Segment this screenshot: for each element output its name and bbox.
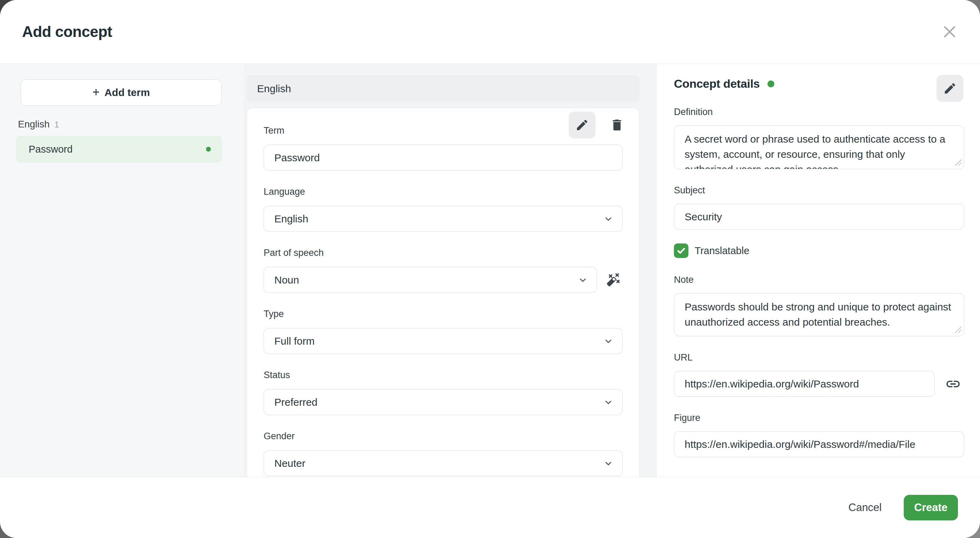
section-bar-label: English xyxy=(257,83,291,94)
language-group-count: 1 xyxy=(54,120,59,129)
chevron-down-icon xyxy=(603,458,613,468)
delete-term-button[interactable] xyxy=(607,115,627,136)
modal-header: Add concept xyxy=(0,0,980,64)
part-of-speech-select-value: Noun xyxy=(274,274,578,286)
status-select[interactable]: Preferred xyxy=(264,389,622,415)
term-item-label: Password xyxy=(29,144,206,155)
type-field: Type Full form xyxy=(264,308,622,354)
figure-field: Figure xyxy=(674,412,964,457)
part-of-speech-select[interactable]: Noun xyxy=(264,267,597,293)
subject-input[interactable] xyxy=(674,204,964,230)
figure-label: Figure xyxy=(674,412,964,424)
page-title: Add concept xyxy=(22,23,112,40)
chevron-down-icon xyxy=(603,336,613,346)
screen-backdrop: Add concept + Add term English 1 xyxy=(0,0,980,538)
definition-textarea[interactable]: A secret word or phrase used to authenti… xyxy=(674,125,964,169)
type-select-value: Full form xyxy=(274,335,603,347)
concept-status-dot xyxy=(767,80,774,87)
term-input[interactable] xyxy=(264,145,622,171)
pencil-icon xyxy=(943,81,957,95)
term-language-section-bar: English xyxy=(247,75,640,102)
definition-label: Definition xyxy=(674,106,964,118)
language-label: Language xyxy=(264,186,622,198)
term-card-actions xyxy=(569,112,627,139)
language-select[interactable]: English xyxy=(264,206,622,232)
url-input[interactable] xyxy=(674,371,934,397)
plus-icon: + xyxy=(92,86,100,98)
sidebar-item-password[interactable]: Password xyxy=(17,136,221,162)
concept-details-pane: Concept details Definition A secret word… xyxy=(656,64,980,477)
gender-label: Gender xyxy=(264,430,622,442)
type-select[interactable]: Full form xyxy=(264,328,622,354)
language-field: Language English xyxy=(264,186,622,232)
figure-input[interactable] xyxy=(674,431,964,457)
language-group-label: English xyxy=(18,119,50,130)
modal-footer: Cancel Create xyxy=(0,477,980,538)
gender-field: Gender Neuter xyxy=(264,430,622,476)
subject-label: Subject xyxy=(674,184,964,196)
create-button[interactable]: Create xyxy=(904,495,958,520)
note-textarea[interactable]: Passwords should be strong and unique to… xyxy=(674,293,964,336)
edit-concept-button[interactable] xyxy=(937,75,963,102)
modal-body: + Add term English 1 Password English xyxy=(0,64,980,477)
concept-details-title: Concept details xyxy=(674,77,760,91)
subject-field: Subject xyxy=(674,184,964,230)
chevron-down-icon xyxy=(603,398,613,407)
gender-select-value: Neuter xyxy=(274,458,603,469)
pencil-icon xyxy=(575,118,589,132)
url-label: URL xyxy=(674,351,964,363)
type-label: Type xyxy=(264,308,622,320)
edit-term-button[interactable] xyxy=(569,112,596,139)
magic-wand-icon xyxy=(605,272,622,288)
trash-icon xyxy=(610,118,624,132)
term-editor-pane: English xyxy=(243,64,656,477)
term-card: Term Language English Part of xyxy=(247,108,640,477)
part-of-speech-field: Part of speech Noun xyxy=(264,247,622,293)
url-field: URL xyxy=(674,351,964,397)
status-field: Status Preferred xyxy=(264,369,622,415)
part-of-speech-label: Part of speech xyxy=(264,247,622,259)
translatable-row: Translatable xyxy=(674,243,964,258)
close-button[interactable] xyxy=(939,21,960,42)
check-icon xyxy=(676,246,686,255)
chevron-down-icon xyxy=(603,214,613,224)
status-select-value: Preferred xyxy=(274,396,603,408)
translatable-checkbox[interactable] xyxy=(674,243,689,258)
language-select-value: English xyxy=(274,213,603,225)
add-term-button[interactable]: + Add term xyxy=(21,80,221,106)
status-label: Status xyxy=(264,369,622,381)
open-link-button[interactable] xyxy=(945,376,961,392)
terms-sidebar: + Add term English 1 Password xyxy=(0,64,243,477)
auto-detect-button[interactable] xyxy=(605,271,622,289)
cancel-button[interactable]: Cancel xyxy=(846,498,884,517)
note-field: Note Passwords should be strong and uniq… xyxy=(674,274,964,336)
concept-details-header: Concept details xyxy=(674,77,964,91)
add-term-label: Add term xyxy=(105,87,150,98)
definition-field: Definition A secret word or phrase used … xyxy=(674,106,964,169)
gender-select[interactable]: Neuter xyxy=(264,450,622,476)
term-status-dot xyxy=(206,147,211,152)
language-group-header: English 1 xyxy=(18,119,221,130)
chevron-down-icon xyxy=(578,275,588,285)
translatable-label: Translatable xyxy=(695,245,749,257)
note-label: Note xyxy=(674,274,964,286)
add-concept-modal: Add concept + Add term English 1 xyxy=(0,0,980,538)
close-icon xyxy=(943,25,956,38)
link-icon xyxy=(945,376,961,392)
